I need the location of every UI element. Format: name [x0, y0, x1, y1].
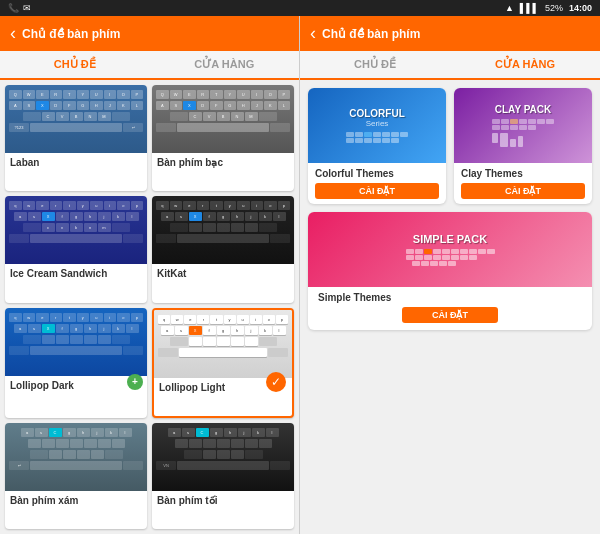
store-card-clay[interactable]: CLAY PACK: [454, 88, 592, 204]
left-panel-header: ‹ Chủ đề bàn phím: [0, 16, 299, 51]
right-tab-chude[interactable]: CHỦ ĐỀ: [300, 51, 450, 78]
colorful-install-btn[interactable]: CÀI ĐẶT: [315, 183, 439, 199]
theme-card-icecream[interactable]: q w e r t y u i o p a: [5, 196, 147, 302]
phone-icon: 📞: [8, 3, 19, 13]
time-display: 14:00: [569, 3, 592, 13]
simple-theme-name: Simple Themes: [318, 292, 582, 303]
status-bar-left: 📞 ✉ ▲ ▌▌▌ 52% 14:00: [0, 0, 600, 16]
colorful-banner-sub: Series: [366, 119, 389, 128]
right-panel-header: ‹ Chủ đề bàn phím: [300, 16, 600, 51]
left-tabs: CHỦ ĐỀ CỬA HÀNG: [0, 51, 299, 80]
theme-label-lollipopdark: Lollipop Dark: [5, 376, 147, 395]
right-panel-title: Chủ đề bàn phím: [322, 27, 420, 41]
message-icon: ✉: [23, 3, 31, 13]
right-tab-cuahang[interactable]: CỬA HÀNG: [450, 51, 600, 80]
theme-card-lollipoplight[interactable]: q w e r t y u i o p a: [152, 308, 294, 418]
clay-install-btn[interactable]: CÀI ĐẶT: [461, 183, 585, 199]
battery-label: 52%: [545, 3, 563, 13]
plus-badge-lollipopdark: +: [127, 374, 143, 390]
clay-banner-title: CLAY PACK: [495, 104, 552, 115]
simple-install-btn[interactable]: CÀI ĐẶT: [402, 307, 498, 323]
theme-card-banphimtoi[interactable]: a s C g h j k l: [152, 423, 294, 529]
left-panel: ‹ Chủ đề bàn phím CHỦ ĐỀ CỬA HÀNG Q W E …: [0, 16, 300, 534]
simple-banner-title: SIMPLE PACK: [413, 233, 487, 245]
theme-card-banphimxam[interactable]: a s C g h j k l: [5, 423, 147, 529]
theme-card-lollipopdark[interactable]: q w e r t y u i o p a: [5, 308, 147, 418]
right-panel: ‹ Chủ đề bàn phím CHỦ ĐỀ CỬA HÀNG COLORF…: [300, 16, 600, 534]
signal-icon: ▌▌▌: [520, 3, 539, 13]
theme-label-kitkat: KitKat: [152, 264, 294, 283]
left-panel-title: Chủ đề bàn phím: [22, 27, 120, 41]
left-tab-cuahang[interactable]: CỬA HÀNG: [150, 51, 300, 78]
theme-label-banphimxam: Bàn phím xám: [5, 491, 147, 510]
theme-card-kitkat[interactable]: q w e r t y u i o p a: [152, 196, 294, 302]
theme-card-banphimbac[interactable]: Q W E R T Y U I O P A: [152, 85, 294, 191]
theme-label-icecream: Ice Cream Sandwich: [5, 264, 147, 283]
right-store-scroll: COLORFUL Series: [300, 80, 600, 534]
colorful-theme-name: Colorful Themes: [315, 168, 394, 179]
right-back-arrow[interactable]: ‹: [310, 23, 316, 44]
theme-label-banphimbac: Bàn phím bạc: [152, 153, 294, 172]
store-card-simple[interactable]: SIMPLE PACK: [308, 212, 592, 330]
left-scroll-area: Q W E R T Y U I O P A: [0, 80, 299, 534]
clay-theme-name: Clay Themes: [461, 168, 523, 179]
check-badge-lollipoplight: ✓: [266, 372, 286, 392]
store-card-colorful[interactable]: COLORFUL Series: [308, 88, 446, 204]
right-tabs: CHỦ ĐỀ CỬA HÀNG: [300, 51, 600, 80]
left-tab-chude[interactable]: CHỦ ĐỀ: [0, 51, 150, 80]
left-back-arrow[interactable]: ‹: [10, 23, 16, 44]
wifi-icon: ▲: [505, 3, 514, 13]
theme-label-laban: Laban: [5, 153, 147, 172]
colorful-banner-title: COLORFUL: [349, 108, 405, 119]
theme-label-banphimtoi: Bàn phím tối: [152, 491, 294, 510]
theme-card-laban[interactable]: Q W E R T Y U I O P A: [5, 85, 147, 191]
